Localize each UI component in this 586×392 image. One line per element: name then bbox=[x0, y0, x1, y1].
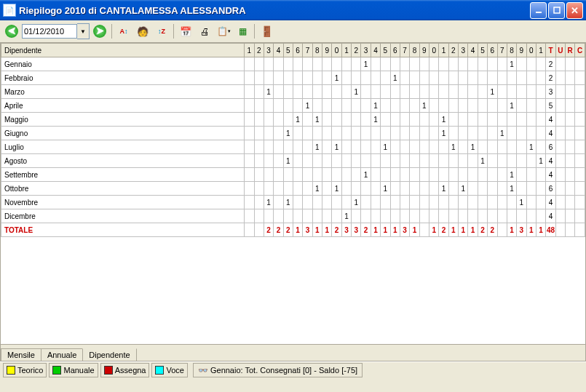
col-day[interactable]: 2 bbox=[448, 44, 458, 57]
col-day[interactable]: 5 bbox=[381, 44, 390, 57]
col-day[interactable]: 8 bbox=[410, 44, 419, 57]
tab-dipendente[interactable]: Dipendente bbox=[82, 348, 136, 361]
cell-day bbox=[322, 113, 332, 127]
col-day[interactable]: 7 bbox=[303, 44, 312, 57]
cell-month: Dicembre bbox=[1, 209, 245, 223]
cell-day bbox=[400, 154, 409, 168]
cell-day bbox=[293, 209, 302, 223]
col-day[interactable]: 0 bbox=[429, 44, 438, 57]
row-dicembre[interactable]: Dicembre14 bbox=[1, 209, 585, 223]
col-day[interactable]: 8 bbox=[312, 44, 322, 57]
cell-day bbox=[410, 113, 419, 127]
col-day[interactable]: 2 bbox=[352, 44, 361, 57]
col-C[interactable]: C bbox=[575, 44, 585, 57]
col-day[interactable]: 3 bbox=[361, 44, 371, 57]
col-day[interactable]: 5 bbox=[283, 44, 293, 57]
col-T[interactable]: T bbox=[546, 44, 555, 57]
col-day[interactable]: 9 bbox=[322, 44, 332, 57]
row-febbraio[interactable]: Febbraio112 bbox=[1, 71, 585, 85]
cell-day bbox=[429, 99, 438, 113]
col-day[interactable]: 1 bbox=[439, 44, 448, 57]
sort-az-button[interactable]: A↕ bbox=[115, 23, 132, 40]
cell-day bbox=[303, 113, 312, 127]
col-day[interactable]: 2 bbox=[254, 44, 264, 57]
cell-day bbox=[293, 154, 302, 168]
col-day[interactable]: 1 bbox=[341, 44, 351, 57]
cell-day bbox=[341, 154, 351, 168]
col-day[interactable]: 4 bbox=[274, 44, 283, 57]
cell-month: Maggio bbox=[1, 113, 245, 127]
row-gennaio[interactable]: Gennaio112 bbox=[1, 57, 585, 71]
row-giugno[interactable]: Giugno1114 bbox=[1, 127, 585, 140]
cell-day: 1 bbox=[507, 57, 516, 71]
copy-button[interactable]: 📋▾ bbox=[215, 23, 232, 40]
cell-day bbox=[468, 57, 478, 71]
nav-back-button[interactable]: ⮜ bbox=[3, 23, 20, 40]
excel-export-button[interactable]: ▦ bbox=[234, 23, 251, 40]
user-button[interactable]: 🧑 bbox=[134, 23, 151, 40]
cell-day bbox=[361, 85, 371, 99]
col-day[interactable]: 6 bbox=[390, 44, 400, 57]
cell-day bbox=[312, 71, 322, 85]
cell-day bbox=[429, 140, 438, 154]
nav-forward-button[interactable]: ⮞ bbox=[91, 23, 108, 40]
cell-day bbox=[419, 71, 429, 85]
col-day[interactable]: 7 bbox=[497, 44, 507, 57]
cell-day bbox=[488, 140, 497, 154]
cell-day: 1 bbox=[312, 113, 322, 127]
date-picker[interactable]: ▼ bbox=[22, 23, 90, 39]
cell-R bbox=[566, 140, 575, 154]
col-day[interactable]: 8 bbox=[507, 44, 516, 57]
cell-T: 48 bbox=[546, 223, 555, 237]
col-day[interactable]: 3 bbox=[264, 44, 273, 57]
row-totale[interactable]: TOTALE22213112332111311211122131148 bbox=[1, 223, 585, 237]
col-day[interactable]: 5 bbox=[478, 44, 487, 57]
cell-day bbox=[419, 85, 429, 99]
row-agosto[interactable]: Agosto1114 bbox=[1, 154, 585, 168]
grid-scroll[interactable]: Dipendente123456789012345678901234567890… bbox=[1, 43, 585, 345]
col-day[interactable]: 1 bbox=[245, 44, 254, 57]
cell-month: Luglio bbox=[1, 140, 245, 154]
col-day[interactable]: 9 bbox=[419, 44, 429, 57]
exit-button[interactable]: 🚪 bbox=[258, 23, 275, 40]
col-day[interactable]: 6 bbox=[293, 44, 302, 57]
calendar-button[interactable]: 📅 bbox=[177, 23, 194, 40]
minimize-button[interactable] bbox=[530, 2, 547, 19]
col-day[interactable]: 3 bbox=[459, 44, 468, 57]
cell-C bbox=[575, 127, 585, 140]
col-R[interactable]: R bbox=[566, 44, 575, 57]
row-luglio[interactable]: Luglio1111116 bbox=[1, 140, 585, 154]
tab-annuale[interactable]: Annuale bbox=[41, 348, 83, 361]
row-maggio[interactable]: Maggio11114 bbox=[1, 113, 585, 127]
tab-mensile[interactable]: Mensile bbox=[1, 348, 41, 361]
row-ottobre[interactable]: Ottobre1111116 bbox=[1, 182, 585, 196]
cell-day bbox=[322, 196, 332, 209]
maximize-button[interactable] bbox=[548, 2, 565, 19]
cell-day bbox=[488, 168, 497, 182]
cell-day bbox=[303, 85, 312, 99]
col-day[interactable]: 0 bbox=[526, 44, 536, 57]
col-day[interactable]: 7 bbox=[400, 44, 409, 57]
cell-day: 1 bbox=[312, 182, 322, 196]
row-novembre[interactable]: Novembre11114 bbox=[1, 196, 585, 209]
col-day[interactable]: 0 bbox=[332, 44, 341, 57]
close-button[interactable]: ✕ bbox=[566, 2, 583, 19]
cell-day bbox=[459, 85, 468, 99]
col-day[interactable]: 4 bbox=[371, 44, 380, 57]
col-day[interactable]: 4 bbox=[468, 44, 478, 57]
row-marzo[interactable]: Marzo1113 bbox=[1, 85, 585, 99]
date-input[interactable] bbox=[22, 24, 77, 39]
cell-R bbox=[566, 99, 575, 113]
col-day[interactable]: 1 bbox=[536, 44, 545, 57]
col-day[interactable]: 6 bbox=[488, 44, 497, 57]
sort-za-button[interactable]: ↕Z bbox=[153, 23, 170, 40]
print-button[interactable]: 🖨 bbox=[196, 23, 213, 40]
row-aprile[interactable]: Aprile11115 bbox=[1, 99, 585, 113]
cell-day bbox=[254, 223, 264, 237]
cell-R bbox=[566, 223, 575, 237]
date-dropdown-button[interactable]: ▼ bbox=[77, 23, 90, 39]
row-settembre[interactable]: Settembre114 bbox=[1, 168, 585, 182]
col-U[interactable]: U bbox=[555, 44, 565, 57]
col-day[interactable]: 9 bbox=[517, 44, 526, 57]
col-dipendente[interactable]: Dipendente bbox=[1, 44, 245, 57]
